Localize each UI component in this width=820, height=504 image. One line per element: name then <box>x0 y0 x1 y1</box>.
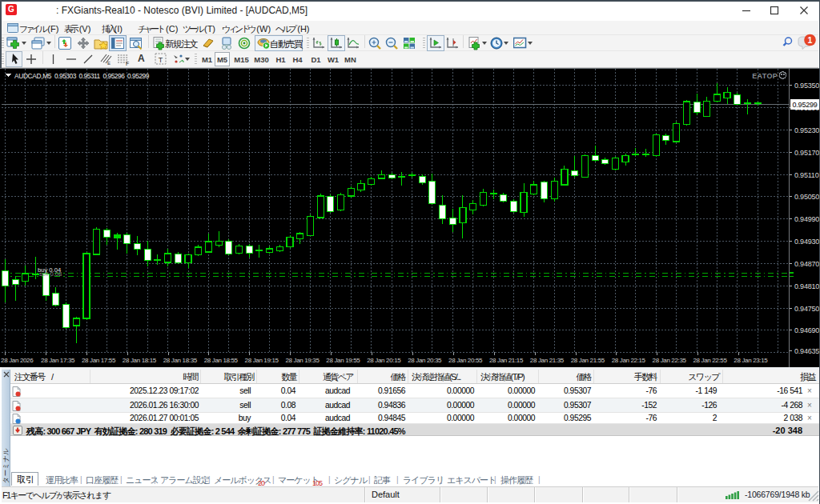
svg-text:1: 1 <box>808 35 813 45</box>
svg-text:28 Jan 2026: 28 Jan 2026 <box>1 357 34 364</box>
svg-text:0.95170: 0.95170 <box>794 149 819 157</box>
svg-text:28 Jan 22:35: 28 Jan 22:35 <box>653 357 687 364</box>
svg-text:28 Jan 18:15: 28 Jan 18:15 <box>123 357 157 364</box>
svg-text:28 Jan 19:15: 28 Jan 19:15 <box>245 357 279 364</box>
svg-text:0.94635: 0.94635 <box>794 347 819 355</box>
svg-text:0.94930: 0.94930 <box>794 238 819 246</box>
svg-text:28 Jan 20:35: 28 Jan 20:35 <box>408 357 442 364</box>
svg-text:28 Jan 20:15: 28 Jan 20:15 <box>367 357 401 364</box>
svg-text:28 Jan 19:55: 28 Jan 19:55 <box>326 357 360 364</box>
svg-text:28 Jan 18:55: 28 Jan 18:55 <box>204 357 239 364</box>
svg-text:0.95350: 0.95350 <box>794 82 819 90</box>
svg-text:28 Jan 17:35: 28 Jan 17:35 <box>41 357 75 364</box>
svg-text:0.94810: 0.94810 <box>794 282 819 290</box>
svg-text:0.95110: 0.95110 <box>794 171 819 179</box>
svg-text:E: E <box>107 61 111 66</box>
svg-text:0.95299: 0.95299 <box>793 101 818 109</box>
svg-text:0.95230: 0.95230 <box>794 126 819 134</box>
svg-text:28 Jan 22:15: 28 Jan 22:15 <box>612 357 646 364</box>
svg-text:buy 0.04: buy 0.04 <box>38 266 61 274</box>
svg-text:28 Jan 23:15: 28 Jan 23:15 <box>734 357 768 364</box>
svg-text:T: T <box>159 56 163 64</box>
svg-text:0.95050: 0.95050 <box>794 193 819 201</box>
svg-text:28 Jan 21:35: 28 Jan 21:35 <box>530 357 565 364</box>
svg-text:28 Jan 21:15: 28 Jan 21:15 <box>489 357 524 364</box>
svg-text:EATOP: EATOP <box>752 72 778 80</box>
svg-text:0.95303 0.95311 0.95296 0.9: 0.95303 0.95311 0.95296 0.95299 <box>54 72 150 80</box>
svg-text:28 Jan 21:55: 28 Jan 21:55 <box>571 357 605 364</box>
svg-text:28 Jan 18:35: 28 Jan 18:35 <box>163 357 198 364</box>
svg-text:28 Jan 22:55: 28 Jan 22:55 <box>693 357 727 364</box>
svg-text:28 Jan 17:55: 28 Jan 17:55 <box>82 357 116 364</box>
svg-text:0.94870: 0.94870 <box>794 260 819 268</box>
svg-text:28 Jan 20:55: 28 Jan 20:55 <box>448 357 483 364</box>
svg-text:F: F <box>126 61 129 66</box>
svg-text:28 Jan 19:35: 28 Jan 19:35 <box>285 357 320 364</box>
svg-text:AUDCAD,M5: AUDCAD,M5 <box>14 72 52 80</box>
svg-text:0.94990: 0.94990 <box>794 215 819 223</box>
svg-text:0.94750: 0.94750 <box>794 305 819 313</box>
svg-text:0.94690: 0.94690 <box>794 326 819 334</box>
